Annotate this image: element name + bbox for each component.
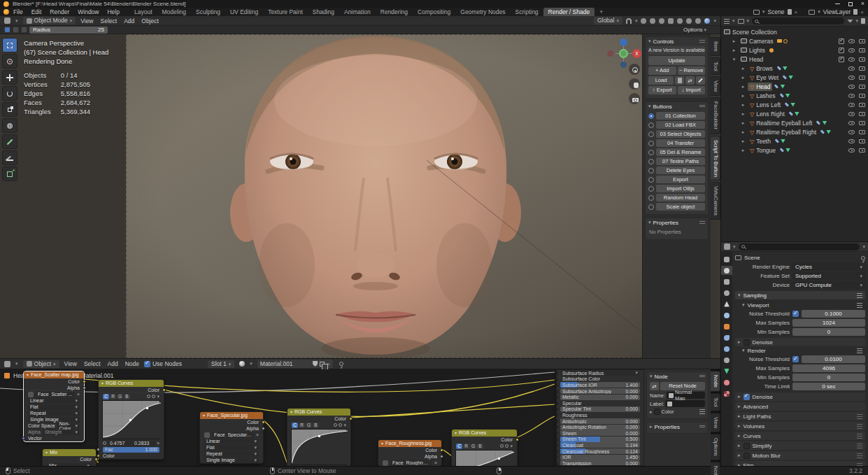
- hide-eye-icon[interactable]: [848, 139, 855, 143]
- tool-button[interactable]: [2, 150, 17, 165]
- minimize-icon[interactable]: [835, 3, 840, 4]
- edit-pencil-icon[interactable]: [696, 76, 705, 85]
- tool-button[interactable]: [2, 118, 17, 133]
- properties-tab[interactable]: [721, 344, 732, 353]
- hide-eye-icon[interactable]: [848, 85, 855, 89]
- value-field[interactable]: 0.1000: [802, 310, 865, 318]
- output-socket[interactable]: [94, 458, 98, 461]
- delete-point-icon[interactable]: ×: [157, 441, 159, 446]
- outliner-search-input[interactable]: [752, 17, 844, 24]
- workspace-tab[interactable]: UV Editing: [225, 8, 263, 16]
- properties-section-row[interactable]: ▸ Film: [735, 461, 865, 466]
- script-button[interactable]: 05 Del & Rename: [656, 148, 705, 156]
- value-field[interactable]: 0: [792, 374, 865, 381]
- input-socket[interactable]: [556, 432, 558, 435]
- workspace-tab[interactable]: Scripting: [511, 8, 543, 16]
- value-field[interactable]: 1024: [792, 319, 865, 327]
- load-button[interactable]: Load: [648, 76, 674, 85]
- disable-render-icon[interactable]: [859, 66, 865, 71]
- denoise-checkbox[interactable]: [744, 339, 750, 346]
- show-gizmo-icon[interactable]: [650, 18, 655, 24]
- input-socket[interactable]: [556, 383, 558, 387]
- color-checkbox[interactable]: [654, 409, 660, 415]
- script-button[interactable]: Delete Eyes: [656, 166, 705, 174]
- node-face-roughness[interactable]: ▾Face_Roughness.jpg Color Alpha Face_Rou…: [378, 439, 442, 466]
- add-button[interactable]: + Add: [648, 66, 676, 75]
- pin-icon[interactable]: [861, 256, 865, 260]
- expander-icon[interactable]: ▸: [741, 148, 746, 153]
- unlink-icon[interactable]: ×: [256, 432, 259, 437]
- properties-tab[interactable]: [721, 322, 732, 331]
- update-button[interactable]: Update: [648, 56, 705, 65]
- disable-render-icon[interactable]: [859, 148, 865, 153]
- channel-tab[interactable]: R: [463, 444, 469, 449]
- tool-button[interactable]: [2, 70, 17, 85]
- input-socket[interactable]: [556, 420, 558, 423]
- new-collection-icon[interactable]: [861, 18, 865, 24]
- input-socket[interactable]: [556, 371, 558, 375]
- gizmo-x-neg-axis[interactable]: [607, 50, 613, 57]
- node-header[interactable]: ▾Face_Roughness.jpg: [378, 440, 441, 447]
- input-socket[interactable]: [556, 444, 558, 447]
- disable-render-icon[interactable]: [859, 139, 865, 143]
- expander-icon[interactable]: ▸: [741, 120, 746, 126]
- input-socket[interactable]: [556, 455, 558, 459]
- radio-button[interactable]: [648, 150, 654, 155]
- exclude-checkbox[interactable]: [839, 48, 844, 53]
- disable-render-icon[interactable]: [859, 85, 865, 89]
- properties-tab[interactable]: [721, 277, 732, 286]
- render-denoise-row[interactable]: ▸Denoise: [735, 392, 865, 401]
- tool-settings-icon-2[interactable]: [13, 27, 19, 33]
- maximize-icon[interactable]: [848, 2, 853, 6]
- expander-icon[interactable]: ▾: [732, 57, 737, 62]
- properties-tab[interactable]: [721, 389, 732, 398]
- shader-sidebar-tab[interactable]: Tool: [711, 393, 720, 411]
- point-y-field[interactable]: 0.2833: [132, 441, 155, 446]
- node-header[interactable]: ▾Face_Scatter map.jpg: [24, 371, 84, 378]
- input-socket[interactable]: [556, 378, 558, 381]
- outliner-row[interactable]: ▸ Cameras: [721, 36, 868, 45]
- radio-button[interactable]: [648, 122, 654, 128]
- properties-tab[interactable]: [721, 355, 732, 364]
- disable-render-icon[interactable]: [859, 76, 865, 80]
- input-socket[interactable]: [97, 454, 100, 458]
- radio-button[interactable]: [648, 168, 654, 173]
- gizmo-y-axis[interactable]: [619, 49, 628, 58]
- viewport-denoise-row[interactable]: ▸Denoise: [735, 338, 865, 346]
- radius-slider[interactable]: Radius 25: [29, 27, 108, 34]
- projection-dropdown[interactable]: Flat▾: [28, 404, 80, 410]
- outliner-row[interactable]: ▸ Lens Left: [721, 100, 868, 109]
- sampling-panel-header[interactable]: ▾Sampling: [735, 291, 865, 299]
- node-rgb-curves-2[interactable]: ▾RGB Curves Color CRGB▾: [287, 408, 351, 466]
- tool-button[interactable]: [2, 134, 17, 149]
- npanel-tab[interactable]: Script To Button: [711, 136, 720, 181]
- node-header[interactable]: ▾RGB Curves: [452, 430, 517, 437]
- npanel-tab[interactable]: Tool: [711, 57, 720, 76]
- filter-collection-icon[interactable]: [738, 19, 744, 24]
- workspace-tab[interactable]: Geometry Nodes: [455, 8, 510, 16]
- import-button[interactable]: ↓ Import: [678, 86, 706, 94]
- shader-menu-item[interactable]: Add: [108, 360, 118, 367]
- bsdf-slider[interactable]: Metallic0.000: [560, 395, 640, 400]
- file-icon[interactable]: [675, 76, 684, 85]
- new-scene-icon[interactable]: [788, 9, 792, 15]
- properties-section-row[interactable]: ▸ Light Paths: [735, 412, 865, 420]
- node-mix[interactable]: ▾Mix Color Mix▾: [42, 448, 97, 466]
- editor-type-icon[interactable]: [4, 17, 10, 24]
- refresh-icon[interactable]: ⇄: [685, 76, 695, 85]
- hide-eye-icon[interactable]: [848, 39, 855, 43]
- input-socket[interactable]: [556, 450, 558, 453]
- blender-menu-icon[interactable]: [3, 9, 9, 15]
- tool-button[interactable]: [2, 166, 17, 181]
- channel-tab[interactable]: C: [292, 423, 298, 428]
- denoise-checkbox[interactable]: [744, 394, 750, 400]
- expander-icon[interactable]: ▸: [741, 66, 746, 71]
- tool-button[interactable]: [2, 102, 17, 117]
- properties-tab[interactable]: [721, 266, 732, 275]
- expander-icon[interactable]: ▸: [732, 48, 737, 53]
- properties-section-row[interactable]: ▸ Curves: [735, 432, 865, 440]
- menubar-item[interactable]: Help: [103, 8, 123, 15]
- channel-tab[interactable]: B: [313, 423, 319, 428]
- projection-dropdown[interactable]: Flat▾: [204, 445, 259, 451]
- menubar-item[interactable]: File: [9, 8, 27, 15]
